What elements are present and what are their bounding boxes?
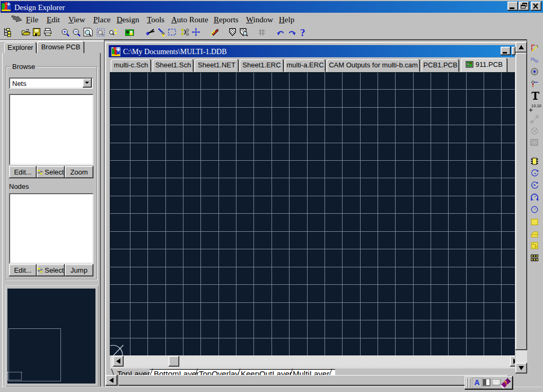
svg-text:10,10: 10,10 bbox=[531, 103, 541, 108]
